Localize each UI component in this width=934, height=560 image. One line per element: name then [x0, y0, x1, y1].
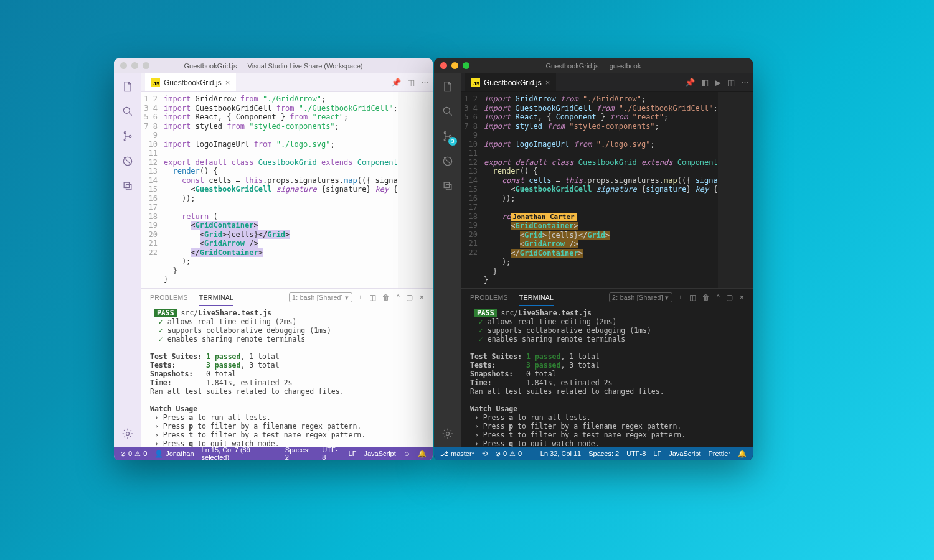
bell-icon[interactable]: 🔔	[738, 450, 747, 458]
svg-point-15	[446, 432, 450, 436]
tab-terminal[interactable]: TERMINAL	[199, 290, 234, 306]
status-errors[interactable]: ⊘ 0 ⚠ 0	[495, 450, 522, 458]
close-icon[interactable]: ×	[545, 78, 550, 87]
terminal-output[interactable]: PASS src/LiveShare.test.js ✓ allows real…	[461, 306, 753, 447]
minimap[interactable]	[718, 92, 753, 288]
svg-rect-6	[126, 185, 131, 190]
close-icon[interactable]: ×	[225, 78, 230, 87]
trash-icon[interactable]: 🗑	[382, 293, 390, 302]
status-bar: ⊘ 0 ⚠ 0 👤 Jonathan Ln 15, Col 7 (89 sele…	[114, 447, 433, 460]
tab-label: GuestbookGrid.js	[164, 78, 222, 87]
gear-icon[interactable]	[121, 427, 134, 441]
terminal-selector[interactable]: 2: bash [Shared] ▾	[609, 292, 672, 302]
maximize-icon[interactable]: ▢	[726, 293, 733, 302]
source-control-icon[interactable]	[121, 129, 134, 143]
window-controls[interactable]	[440, 62, 469, 69]
status-spaces[interactable]: Spaces: 2	[588, 450, 619, 457]
svg-point-8	[443, 107, 450, 113]
more-icon[interactable]: ⋯	[741, 78, 749, 87]
close-icon[interactable]: ×	[740, 293, 744, 302]
js-icon: JS	[151, 78, 160, 87]
editor-tab[interactable]: JS GuestbookGrid.js ×	[465, 73, 556, 91]
status-spaces[interactable]: Spaces: 2	[285, 446, 315, 460]
liveshare-action-icon[interactable]: ◧	[701, 78, 709, 87]
chevron-up-icon[interactable]: ^	[716, 293, 720, 302]
plus-icon[interactable]: +	[679, 293, 683, 302]
close-icon[interactable]: ×	[420, 293, 424, 302]
activity-bar	[114, 73, 141, 447]
svg-rect-5	[124, 182, 129, 187]
window-title: GuestbookGrid.js — Visual Studio Live Sh…	[184, 62, 363, 70]
code-editor[interactable]: 1 2 3 4 5 6 7 8 9 10 11 12 13 14 15 16 1…	[461, 92, 718, 288]
status-language[interactable]: JavaScript	[669, 450, 700, 457]
feedback-icon[interactable]: ☺	[403, 450, 410, 457]
code-editor[interactable]: 1 2 3 4 5 6 7 8 9 10 11 12 13 14 15 16 1…	[141, 92, 398, 288]
svg-point-7	[126, 432, 130, 436]
svg-point-10	[444, 139, 446, 141]
tab-label: GuestbookGrid.js	[484, 78, 542, 87]
chevron-up-icon[interactable]: ^	[396, 293, 400, 302]
more-icon[interactable]: ⋯	[245, 294, 252, 301]
liveshare-icon[interactable]	[441, 179, 455, 193]
code-content: import GridArrow from "./GridArrow"; imp…	[164, 92, 398, 288]
window-controls[interactable]	[120, 62, 149, 69]
tab-problems[interactable]: PROBLEMS	[150, 290, 188, 305]
pin-icon[interactable]: 📌	[685, 78, 695, 87]
debug-icon[interactable]	[441, 154, 455, 168]
status-formatter[interactable]: Prettier	[709, 450, 730, 457]
status-encoding[interactable]: UTF-8	[626, 450, 646, 457]
status-errors[interactable]: ⊘ 0 ⚠ 0	[120, 450, 147, 458]
source-control-icon[interactable]: 3	[441, 129, 455, 143]
svg-point-0	[123, 107, 130, 113]
split-icon[interactable]: ◫	[369, 293, 376, 302]
explorer-icon[interactable]	[121, 80, 134, 93]
remote-cursor-label: Jonathan Carter	[511, 213, 576, 221]
js-icon: JS	[471, 78, 480, 87]
panel: PROBLEMS TERMINAL ⋯ 1: bash [Shared] ▾ +…	[141, 288, 433, 447]
tab-terminal[interactable]: TERMINAL	[519, 290, 554, 306]
tab-problems[interactable]: PROBLEMS	[470, 290, 508, 305]
scm-badge: 3	[448, 137, 457, 146]
status-encoding[interactable]: UTF-8	[322, 446, 341, 460]
more-icon[interactable]: ⋯	[421, 78, 429, 87]
window-title: GuestbookGrid.js — guestbook	[546, 62, 641, 70]
split-icon[interactable]: ◫	[689, 293, 696, 302]
plus-icon[interactable]: +	[359, 293, 363, 302]
explorer-icon[interactable]	[441, 80, 455, 93]
status-cursor[interactable]: Ln 32, Col 11	[540, 450, 581, 457]
status-branch[interactable]: ⎇ master*	[440, 450, 474, 458]
status-eol[interactable]: LF	[349, 450, 357, 457]
split-icon[interactable]: ◫	[407, 78, 415, 87]
status-language[interactable]: JavaScript	[364, 450, 395, 457]
more-icon[interactable]: ⋯	[565, 294, 572, 301]
svg-point-9	[444, 132, 446, 134]
run-icon[interactable]: ▶	[715, 78, 721, 87]
debug-icon[interactable]	[121, 154, 134, 168]
title-bar: GuestbookGrid.js — guestbook	[434, 58, 753, 73]
bell-icon[interactable]: 🔔	[418, 450, 427, 458]
terminal-output[interactable]: PASS src/LiveShare.test.js ✓ allows real…	[141, 306, 433, 447]
editor-tab[interactable]: JS GuestbookGrid.js ×	[145, 73, 236, 91]
maximize-icon[interactable]: ▢	[406, 293, 413, 302]
line-numbers: 1 2 3 4 5 6 7 8 9 10 11 12 13 14 15 16 1…	[461, 92, 484, 288]
search-icon[interactable]	[441, 105, 455, 118]
status-cursor[interactable]: Ln 15, Col 7 (89 selected)	[202, 446, 278, 460]
liveshare-icon[interactable]	[121, 179, 134, 193]
tab-bar: JS GuestbookGrid.js × 📌 ◧ ▶ ◫ ⋯	[461, 73, 753, 92]
svg-point-3	[130, 135, 131, 137]
svg-rect-14	[446, 185, 451, 190]
split-icon[interactable]: ◫	[727, 78, 735, 87]
search-icon[interactable]	[121, 105, 134, 118]
status-user[interactable]: 👤 Jonathan	[154, 450, 194, 458]
activity-bar: 3	[434, 73, 461, 447]
gear-icon[interactable]	[441, 427, 455, 441]
status-eol[interactable]: LF	[653, 450, 661, 457]
sync-icon[interactable]: ⟲	[482, 450, 488, 458]
pin-icon[interactable]: 📌	[391, 78, 401, 87]
minimap[interactable]	[398, 92, 433, 288]
tab-bar: JS GuestbookGrid.js × 📌 ◫ ⋯	[141, 73, 433, 92]
svg-rect-13	[444, 182, 449, 187]
trash-icon[interactable]: 🗑	[702, 293, 710, 302]
terminal-selector[interactable]: 1: bash [Shared] ▾	[289, 292, 352, 302]
title-bar: GuestbookGrid.js — Visual Studio Live Sh…	[114, 58, 433, 73]
